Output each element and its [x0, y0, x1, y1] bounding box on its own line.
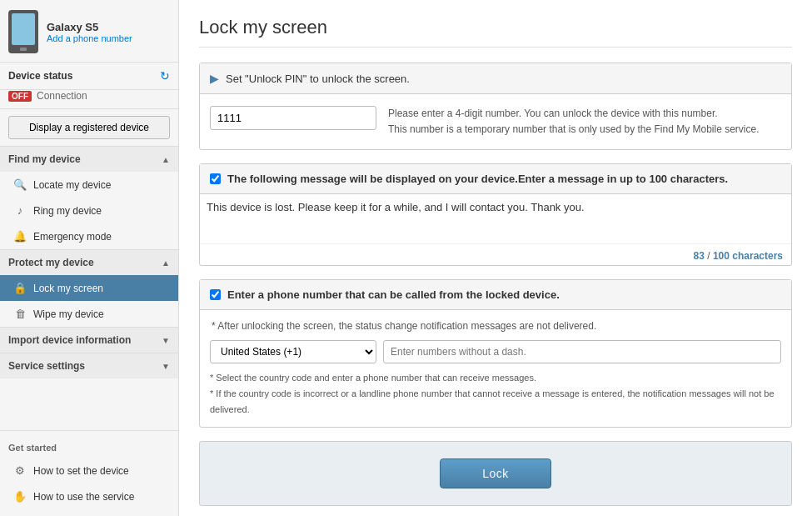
device-info: Galaxy S5 Add a phone number — [47, 21, 132, 43]
pin-hint-line1: Please enter a 4-digit number. You can u… — [388, 106, 760, 122]
sidebar-item-emergency[interactable]: 🔔 Emergency mode — [0, 223, 178, 249]
pin-input[interactable] — [210, 106, 376, 130]
phone-notice: * After unlocking the screen, the status… — [210, 320, 781, 332]
phone-input-row: United States (+1) — [210, 340, 781, 363]
add-phone-link[interactable]: Add a phone number — [47, 33, 132, 43]
service-section-header[interactable]: Service settings ▼ — [0, 353, 178, 378]
phone-checkbox[interactable] — [210, 289, 221, 300]
phone-number-input[interactable] — [383, 340, 781, 363]
ring-label: Ring my device — [33, 205, 102, 217]
how-set-label: How to set the device — [33, 465, 129, 477]
pin-row: Please enter a 4-digit number. You can u… — [210, 106, 781, 138]
pin-arrow-icon: ▶ — [210, 72, 219, 85]
message-checkbox[interactable] — [210, 173, 221, 184]
import-chevron: ▼ — [162, 336, 170, 345]
phone-note1: * Select the country code and enter a ph… — [210, 370, 781, 386]
find-section-chevron: ▲ — [162, 155, 170, 164]
display-device-button[interactable]: Display a registered device — [8, 116, 170, 139]
device-status-label: Device status — [8, 70, 72, 82]
lock-icon: 🔒 — [13, 282, 27, 294]
lock-btn-area: Lock — [199, 441, 792, 506]
phone-section-header: Enter a phone number that can be called … — [200, 280, 791, 310]
device-icon — [8, 10, 38, 53]
import-section: Import device information ▼ — [0, 327, 178, 353]
get-started-label: Get started — [0, 438, 178, 458]
device-status-row: Device status ↻ — [0, 63, 178, 90]
device-name: Galaxy S5 — [47, 21, 132, 33]
emergency-label: Emergency mode — [33, 231, 112, 243]
sidebar-item-how-use[interactable]: ✋ How to use the service — [0, 483, 178, 509]
phone-section-title: Enter a phone number that can be called … — [227, 288, 560, 301]
page-title: Lock my screen — [199, 17, 792, 48]
status-badge-row: OFF Connection — [0, 90, 178, 109]
hand-icon: ✋ — [13, 490, 27, 503]
ring-icon: ♪ — [13, 204, 27, 217]
refresh-icon[interactable]: ↻ — [160, 69, 170, 83]
sidebar-item-wipe[interactable]: 🗑 Wipe my device — [0, 301, 178, 327]
char-used: 83 — [694, 250, 705, 262]
char-label: characters — [732, 250, 783, 262]
phone-section: Enter a phone number that can be called … — [199, 279, 792, 428]
emergency-icon: 🔔 — [13, 230, 27, 243]
phone-notes: * Select the country code and enter a ph… — [210, 370, 781, 417]
locate-icon: 🔍 — [13, 178, 27, 191]
import-section-header[interactable]: Import device information ▼ — [0, 328, 178, 353]
sidebar-item-ring[interactable]: ♪ Ring my device — [0, 198, 178, 223]
locate-label: Locate my device — [33, 179, 111, 191]
pin-section-body: Please enter a 4-digit number. You can u… — [200, 94, 791, 149]
phone-note2: * If the country code is incorrect or a … — [210, 386, 781, 417]
pin-hint-line2: This number is a temporary number that i… — [388, 122, 760, 138]
how-use-label: How to use the service — [33, 491, 134, 503]
message-textarea[interactable]: This device is lost. Please keep it for … — [200, 194, 791, 244]
protect-section-header[interactable]: Protect my device ▲ — [0, 250, 178, 275]
service-chevron: ▼ — [162, 362, 170, 371]
protect-section-chevron: ▲ — [162, 258, 170, 268]
protect-section-label: Protect my device — [8, 257, 94, 268]
find-section-header[interactable]: Find my device ▲ — [0, 147, 178, 172]
char-total: 100 — [713, 250, 730, 262]
pin-section-title: Set "Unlock PIN" to unlock the screen. — [226, 73, 410, 85]
connection-text: Connection — [37, 90, 87, 102]
sidebar-bottom: Get started ⚙ How to set the device ✋ Ho… — [0, 430, 178, 516]
message-section: The following message will be displayed … — [199, 163, 792, 266]
country-select[interactable]: United States (+1) — [210, 340, 376, 363]
gear-icon: ⚙ — [13, 464, 27, 477]
protect-my-device-section: Protect my device ▲ 🔒 Lock my screen 🗑 W… — [0, 249, 178, 327]
find-section-label: Find my device — [8, 153, 81, 165]
main-content: Lock my screen ▶ Set "Unlock PIN" to unl… — [179, 0, 812, 516]
lock-button[interactable]: Lock — [440, 458, 551, 488]
device-header: Galaxy S5 Add a phone number — [0, 0, 178, 63]
message-title: The following message will be displayed … — [227, 173, 728, 185]
import-section-label: Import device information — [8, 334, 131, 346]
wipe-label: Wipe my device — [33, 308, 104, 320]
off-badge: OFF — [8, 91, 32, 102]
wipe-icon: 🗑 — [13, 308, 27, 320]
message-header: The following message will be displayed … — [200, 164, 791, 194]
sidebar-item-how-set[interactable]: ⚙ How to set the device — [0, 458, 178, 483]
pin-section: ▶ Set "Unlock PIN" to unlock the screen.… — [199, 63, 792, 150]
service-section: Service settings ▼ — [0, 353, 178, 378]
find-my-device-section: Find my device ▲ 🔍 Locate my device ♪ Ri… — [0, 146, 178, 249]
lock-screen-label: Lock my screen — [33, 283, 103, 294]
sidebar: Galaxy S5 Add a phone number Device stat… — [0, 0, 179, 516]
phone-section-body: * After unlocking the screen, the status… — [200, 310, 791, 427]
char-count: 83 / 100 characters — [200, 247, 791, 265]
service-section-label: Service settings — [8, 360, 85, 372]
pin-section-header: ▶ Set "Unlock PIN" to unlock the screen. — [200, 63, 791, 94]
sidebar-item-lock-screen[interactable]: 🔒 Lock my screen — [0, 275, 178, 301]
pin-hint: Please enter a 4-digit number. You can u… — [388, 106, 760, 138]
sidebar-item-locate[interactable]: 🔍 Locate my device — [0, 172, 178, 198]
